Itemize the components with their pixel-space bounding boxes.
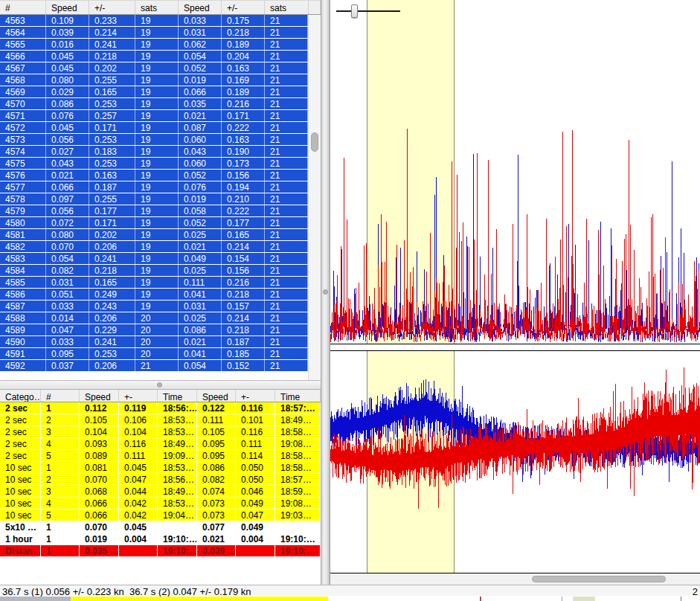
table-row[interactable]: 45700.0860.253190.0350.21621: [0, 98, 308, 110]
table-cell: 0.058: [179, 205, 222, 216]
table-cell: 0.249: [89, 289, 135, 300]
error-spike-chart[interactable]: [330, 0, 700, 344]
table-row[interactable]: 45670.0450.202190.0520.16321: [0, 62, 308, 74]
error-spike-chart-plot[interactable]: [330, 0, 700, 344]
table-cell: 18:58…: [275, 450, 321, 462]
horizontal-scrollbar[interactable]: [330, 573, 700, 585]
table-row[interactable]: 45710.0760.257190.0210.17121: [0, 110, 308, 122]
table-cell: 0.241: [89, 336, 135, 347]
trackpoint-table-body[interactable]: 45630.1090.233190.0330.1752145640.0390.2…: [0, 15, 308, 372]
table-cell: 18:59…: [275, 486, 321, 498]
splitter-grip-icon[interactable]: [323, 289, 328, 295]
result-row[interactable]: 10 sec20.0700.04718:56…0.0820.05018:57…: [0, 474, 321, 486]
result-row[interactable]: 1 hour10.0190.00419:10:…0.0210.00419:10:…: [0, 533, 321, 545]
table-cell: 18:58…: [275, 426, 321, 438]
table-row[interactable]: 45720.0450.171190.0870.22221: [0, 122, 308, 134]
table-row[interactable]: 45920.0370.206210.0540.15221: [0, 360, 308, 372]
table-row[interactable]: 45790.0560.177190.0580.22221: [0, 205, 308, 217]
speed-trace-chart[interactable]: [330, 350, 700, 573]
table-cell: 4584: [0, 265, 46, 276]
results-table[interactable]: Catego…#Speed+-TimeSpeed+-Time 2 sec10.1…: [0, 390, 321, 557]
table-row[interactable]: 45780.0970.255190.0190.21021: [0, 193, 308, 205]
table-row[interactable]: 45910.0950.253200.0410.18521: [0, 348, 308, 360]
table-cell: 0.218: [222, 27, 265, 38]
table-row[interactable]: 45660.0450.218190.0540.20421: [0, 51, 308, 62]
table-cell: 0.060: [179, 134, 222, 145]
table-cell: 0.185: [222, 348, 265, 359]
table-cell: 21: [265, 360, 308, 371]
slider-track[interactable]: [336, 10, 400, 12]
vertical-splitter[interactable]: [321, 0, 330, 585]
result-row[interactable]: 2 sec40.0930.11618:49…0.0950.11119:08…: [0, 438, 321, 450]
table-row[interactable]: 45770.0660.187190.0760.19421: [0, 181, 308, 193]
table-cell: 21: [265, 312, 308, 324]
table-row[interactable]: 45890.0470.229200.0860.21821: [0, 324, 308, 336]
table-row[interactable]: 45630.1090.233190.0330.17521: [0, 15, 308, 27]
table-row[interactable]: 45840.0820.218190.0250.15621: [0, 265, 308, 277]
table-cell: 0.218: [222, 289, 265, 300]
table-cell: 0.021: [179, 241, 222, 252]
result-row[interactable]: 5x10 …10.0700.0450.0770.049: [0, 521, 321, 533]
table-cell: 0.154: [222, 253, 265, 264]
table-row[interactable]: 45860.0510.249190.0410.21821: [0, 289, 308, 300]
table-row[interactable]: 45900.0330.241200.0210.18721: [0, 336, 308, 348]
table-row[interactable]: 45740.0270.183190.0430.19021: [0, 146, 308, 158]
table-cell: 0.189: [222, 86, 265, 97]
result-row[interactable]: 2 sec50.0890.11119:09…0.0950.11418:58…: [0, 450, 321, 462]
table-cell: 19: [135, 265, 179, 276]
table-cell: 0.206: [89, 241, 135, 252]
table-cell: 0.089: [80, 450, 119, 462]
result-row[interactable]: Distan…10.035 …19:10:…0.039 …19:10:…: [0, 545, 321, 557]
table-row[interactable]: 45870.0330.243190.0310.15721: [0, 300, 308, 312]
table-row[interactable]: 45690.0290.165190.0660.18921: [0, 86, 308, 98]
result-row[interactable]: 2 sec10.1120.11918:56:…0.1220.11618:57:…: [0, 402, 321, 414]
horizontal-scrollbar-thumb[interactable]: [532, 576, 666, 582]
column-header: Catego…: [0, 390, 41, 402]
splitter-grip-icon[interactable]: [157, 382, 162, 388]
table-cell: [119, 545, 158, 557]
table-cell: 0.177: [222, 217, 265, 228]
table-row[interactable]: 45800.0720.171190.0520.17721: [0, 217, 308, 229]
table-row[interactable]: 45640.0390.214190.0310.21821: [0, 27, 308, 39]
trackpoint-table[interactable]: #Speed+/-satsSpeed+/-sats 45630.1090.233…: [0, 0, 321, 380]
result-row[interactable]: 10 sec40.0660.04218:53…0.0730.04919:08…: [0, 498, 321, 510]
table-cell: 21: [135, 360, 179, 371]
result-row[interactable]: 10 sec30.0680.04418:49…0.0740.04618:59…: [0, 486, 321, 498]
zoom-slider[interactable]: [336, 0, 405, 22]
table-cell: 0.116: [119, 438, 158, 450]
table-cell: 0.163: [222, 134, 265, 145]
table-row[interactable]: 45830.0540.241190.0490.15421: [0, 253, 308, 265]
clipped-segment: [480, 597, 481, 601]
table-cell: 21: [265, 336, 308, 347]
result-row[interactable]: 10 sec50.0660.04219:04…0.0730.04719:03…: [0, 510, 321, 521]
table-cell: 0.111: [236, 438, 275, 450]
result-row[interactable]: 2 sec30.1040.10418:53…0.1050.11618:58…: [0, 426, 321, 438]
results-table-body[interactable]: 2 sec10.1120.11918:56:…0.1220.11618:57:……: [0, 402, 321, 557]
speed-trace-chart-plot[interactable]: [330, 351, 700, 573]
horizontal-splitter[interactable]: [0, 380, 321, 390]
table-cell: 0.049: [236, 521, 275, 533]
table-row[interactable]: 45730.0560.253190.0600.16321: [0, 134, 308, 146]
table-cell: 0.070: [80, 521, 119, 533]
table-cell: 19: [135, 300, 179, 312]
table-cell: 0.066: [179, 86, 222, 97]
table-row[interactable]: 45810.0800.202190.0250.16521: [0, 229, 308, 241]
table-cell: 21: [265, 300, 308, 312]
result-row[interactable]: 2 sec20.1050.10618:53…0.1110.10118:49…: [0, 414, 321, 426]
table-row[interactable]: 45750.0430.253190.0600.17321: [0, 158, 308, 170]
table-row[interactable]: 45650.0160.241190.0620.18921: [0, 39, 308, 51]
results-table-header[interactable]: Catego…#Speed+-TimeSpeed+-Time: [0, 390, 321, 402]
slider-handle-icon[interactable]: [351, 4, 358, 18]
vertical-scrollbar-thumb[interactable]: [311, 132, 318, 152]
table-cell: 19:10:…: [275, 533, 321, 545]
table-cell: 0.106: [119, 414, 158, 426]
table-row[interactable]: 45880.0140.206200.0250.21421: [0, 312, 308, 324]
vertical-scrollbar[interactable]: [308, 15, 321, 380]
table-row[interactable]: 45850.0310.165190.1110.21621: [0, 277, 308, 289]
table-cell: 0.014: [46, 312, 89, 324]
trackpoint-table-header[interactable]: #Speed+/-satsSpeed+/-sats: [0, 0, 321, 15]
table-row[interactable]: 45820.0700.206190.0210.21421: [0, 241, 308, 253]
result-row[interactable]: 10 sec10.0810.04518:53…0.0860.05018:58…: [0, 462, 321, 474]
table-row[interactable]: 45680.0800.255190.0190.16921: [0, 74, 308, 86]
table-row[interactable]: 45760.0210.163190.0520.15621: [0, 170, 308, 181]
